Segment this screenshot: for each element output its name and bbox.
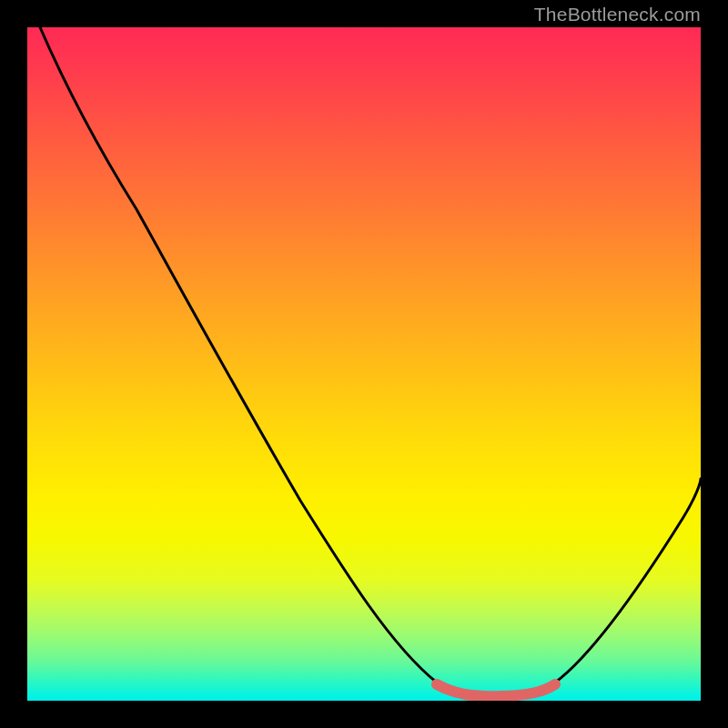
chart-frame: TheBottleneck.com bbox=[0, 0, 728, 728]
bottleneck-curve bbox=[40, 27, 701, 695]
chart-svg bbox=[27, 27, 701, 701]
chart-plot-area bbox=[27, 27, 701, 701]
optimal-segment-marker bbox=[437, 684, 555, 696]
watermark-text: TheBottleneck.com bbox=[534, 4, 701, 25]
